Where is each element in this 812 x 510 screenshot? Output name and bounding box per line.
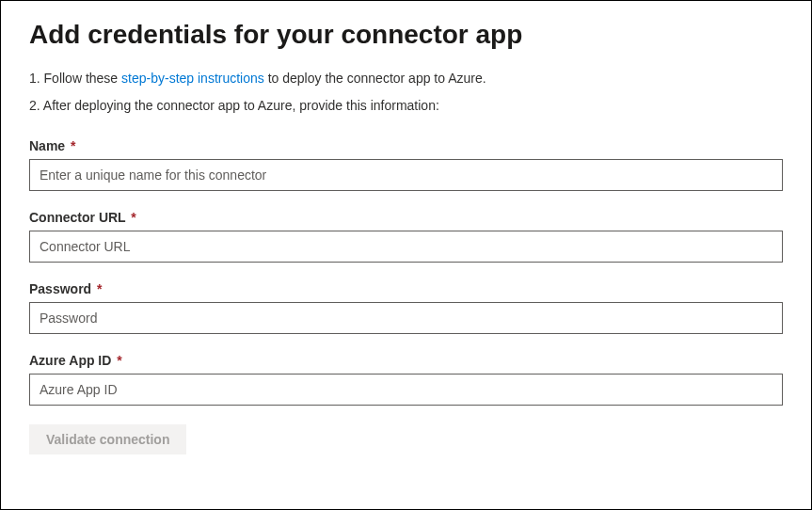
connector-url-label-text: Connector URL: [29, 210, 125, 225]
azure-app-id-required-mark: *: [117, 353, 121, 368]
connector-url-input[interactable]: [29, 231, 783, 263]
connector-url-required-mark: *: [131, 210, 135, 225]
name-input[interactable]: [29, 159, 783, 191]
instruction-step-1: 1. Follow these step-by-step instruction…: [29, 69, 783, 88]
azure-app-id-input[interactable]: [29, 374, 783, 406]
password-field-group: Password *: [29, 281, 783, 334]
connector-url-field-group: Connector URL *: [29, 210, 783, 263]
credentials-form: Name * Connector URL * Password * Azure …: [29, 138, 783, 454]
azure-app-id-field-group: Azure App ID *: [29, 353, 783, 406]
validate-connection-button[interactable]: Validate connection: [29, 424, 186, 454]
password-required-mark: *: [97, 281, 102, 296]
password-label: Password *: [29, 281, 783, 296]
name-label: Name *: [29, 138, 783, 153]
instruction-step-2: 2. After deploying the connector app to …: [29, 96, 783, 116]
instruction-step-1-prefix: 1. Follow these: [29, 71, 121, 86]
name-required-mark: *: [71, 138, 75, 153]
password-input[interactable]: [29, 302, 783, 334]
connector-url-label: Connector URL *: [29, 210, 783, 225]
name-field-group: Name *: [29, 138, 783, 191]
azure-app-id-label-text: Azure App ID: [29, 353, 111, 368]
azure-app-id-label: Azure App ID *: [29, 353, 783, 368]
step-by-step-link[interactable]: step-by-step instructions: [121, 71, 264, 86]
page-title: Add credentials for your connector app: [29, 20, 783, 50]
password-label-text: Password: [29, 281, 91, 296]
instruction-step-1-suffix: to deploy the connector app to Azure.: [264, 71, 486, 86]
name-label-text: Name: [29, 138, 65, 153]
